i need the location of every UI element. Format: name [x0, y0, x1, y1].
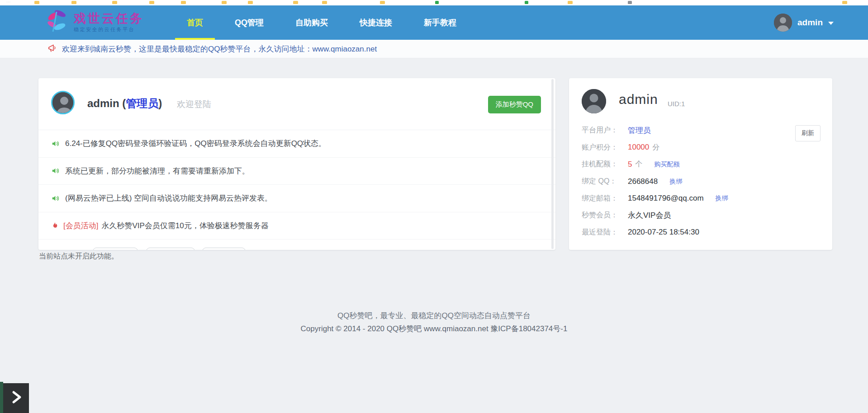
welcome-paren-close: )	[158, 97, 162, 109]
bookmark-folder-icon[interactable]	[112, 1, 117, 4]
user-avatar	[774, 14, 792, 32]
bookmark-folder-icon[interactable]	[380, 1, 385, 4]
notice-row: (网易云热评已上线) 空间自动说说功能支持网易云热评发表。	[38, 185, 555, 212]
add-miaozan-qq-button[interactable]: 添加秒赞QQ	[488, 96, 541, 113]
nav-item-label: 新手教程	[424, 17, 456, 28]
navbar: 戏世云任务 稳定安全的云任务平台 首页QQ管理自助购买快捷连接新手教程 admi…	[0, 5, 868, 40]
announcement-inner: 欢迎来到城南云秒赞，这里是最快最稳定的QQ秒赞平台，永久访问地址：www.qmi…	[47, 44, 377, 54]
nav-item-self-purchase[interactable]: 自助购买	[280, 5, 344, 40]
logo-title: 戏世云任务	[74, 12, 144, 25]
notice-text: (网易云热评已上线) 空间自动说说功能支持网易云热评发表。	[65, 193, 272, 203]
announcement-text: 欢迎来到城南云秒赞，这里是最快最稳定的QQ秒赞平台，永久访问地址：www.qmi…	[62, 44, 377, 54]
nav-item-beginner-tutorial[interactable]: 新手教程	[408, 5, 472, 40]
profile-card: admin UID:1 刷新 平台用户： 管理员 账户积分： 10000 分 挂…	[569, 78, 832, 250]
profile-row-label: 账户积分：	[582, 143, 628, 152]
bookmark-site-icon[interactable]	[435, 1, 439, 4]
user-menu-name: admin	[797, 18, 823, 28]
chevron-right-icon	[9, 388, 24, 408]
clipped-button[interactable]	[93, 248, 138, 250]
profile-row-account-points: 账户积分： 10000 分	[582, 139, 820, 156]
bookmark-folder-icon[interactable]	[568, 1, 573, 4]
user-menu[interactable]: admin	[774, 5, 834, 40]
bookmark-folder-icon[interactable]	[181, 1, 186, 4]
clipped-button[interactable]	[146, 248, 195, 250]
profile-row-label: 绑定 QQ：	[582, 177, 628, 186]
user-avatar	[51, 91, 75, 114]
site-disabled-notice: 当前站点未开启此功能。	[39, 252, 119, 261]
announcement-bar: 欢迎来到城南云秒赞，这里是最快最稳定的QQ秒赞平台，永久访问地址：www.qmi…	[0, 40, 868, 58]
hangup-quota-link[interactable]: 购买配额	[654, 160, 679, 169]
nav-item-label: 快捷连接	[360, 17, 392, 28]
panel-toggle	[0, 382, 29, 413]
bookmark-site-icon[interactable]	[525, 1, 528, 4]
profile-row-vip-level: 秒赞会员： 永久VIP会员	[582, 207, 820, 224]
butterfly-logo-icon	[43, 8, 72, 36]
expand-panel-button[interactable]	[3, 383, 29, 413]
nav-item-home[interactable]: 首页	[171, 5, 219, 40]
profile-row-label: 绑定邮箱：	[582, 194, 628, 203]
profile-row-label: 挂机配额：	[582, 160, 628, 169]
bound-qq-link[interactable]: 换绑	[669, 178, 682, 186]
panel-toggle-strip	[0, 382, 3, 413]
profile-row-bound-qq: 绑定 QQ： 2668648 换绑	[582, 173, 820, 190]
notice-text: 系统已更新，部分功能被清理，有需要请重新添加下。	[65, 166, 250, 176]
bookmark-folder-icon[interactable]	[293, 1, 298, 4]
nav-items: 首页QQ管理自助购买快捷连接新手教程	[171, 5, 472, 40]
notice-row: 系统已更新，部分功能被清理，有需要请重新添加下。	[38, 158, 555, 185]
clipped-button[interactable]	[202, 248, 246, 250]
logo-subtitle: 稳定安全的云任务平台	[74, 26, 144, 33]
profile-row-suffix: 个	[635, 160, 642, 169]
profile-uid: UID:1	[668, 100, 685, 108]
card-scrollbar[interactable]	[551, 79, 554, 249]
site-logo[interactable]: 戏世云任务 稳定安全的云任务平台	[43, 8, 144, 36]
page-footer: QQ秒赞吧，最专业、最稳定的QQ空间动态自动点赞平台 Copyright © 2…	[0, 309, 868, 336]
footer-copyright: Copyright © 2014 - 2020 QQ秒赞吧 www.qmiaoz…	[0, 322, 868, 336]
bookmark-folder-icon[interactable]	[322, 1, 327, 4]
profile-row-bound-email: 绑定邮箱： 1548491796@qq.com 换绑	[582, 190, 820, 207]
bookmark-folder-icon[interactable]	[149, 1, 154, 4]
browser-bookmarks-bar: ∙∙∙	[0, 0, 868, 5]
notice-row: [会员活动] 永久秒赞VIP会员仅需10元，体验极速秒赞服务器	[38, 212, 555, 240]
profile-row-platform-user: 平台用户： 管理员	[582, 122, 820, 139]
profile-row-value: 2020-07-25 18:54:30	[628, 228, 699, 237]
bound-email-link[interactable]: 换绑	[716, 194, 728, 202]
profile-row-label: 最近登陆：	[582, 228, 628, 237]
profile-row-hangup-quota: 挂机配额： 5 个 购买配额	[582, 156, 820, 173]
bookmark-folder-icon[interactable]	[71, 1, 76, 4]
speaker-icon	[51, 194, 60, 202]
profile-rows: 平台用户： 管理员 账户积分： 10000 分 挂机配额： 5 个 购买配额 绑…	[582, 122, 820, 241]
nav-item-quick-links[interactable]: 快捷连接	[344, 5, 408, 40]
notice-list: 6.24-已修复QQ密码登录循环验证码，QQ密码登录系统会自动更新QQ状态。 系…	[38, 130, 555, 239]
bookmark-site-icon[interactable]	[628, 1, 632, 4]
profile-row-label: 秒赞会员：	[582, 211, 628, 220]
bookmark-folder-icon[interactable]	[248, 1, 253, 4]
profile-row-value: 2668648	[628, 177, 658, 186]
nav-item-qq-manage[interactable]: QQ管理	[219, 5, 280, 40]
profile-row-value: 管理员	[628, 125, 651, 136]
welcome-title: admin (管理员) 欢迎登陆	[87, 96, 211, 111]
notice-text: 6.24-已修复QQ密码登录循环验证码，QQ密码登录系统会自动更新QQ状态。	[65, 138, 326, 149]
bookmark-folder-icon[interactable]	[842, 1, 847, 4]
profile-row-value: 1548491796@qq.com	[628, 194, 704, 203]
flame-icon	[51, 221, 58, 230]
profile-row-label: 平台用户：	[582, 126, 628, 135]
notice-text: 永久秒赞VIP会员仅需10元，体验极速秒赞服务器	[101, 221, 268, 231]
welcome-greeting: 欢迎登陆	[177, 99, 211, 109]
bookmarks-overflow-dots: ∙∙∙	[6, 0, 11, 4]
logo-text: 戏世云任务 稳定安全的云任务平台	[74, 12, 144, 33]
speaker-icon	[51, 167, 60, 175]
profile-row-value: 永久VIP会员	[628, 210, 671, 221]
welcome-card-header: admin (管理员) 欢迎登陆 添加秒赞QQ	[38, 78, 555, 130]
profile-row-last-login: 最近登陆： 2020-07-25 18:54:30	[582, 224, 820, 241]
welcome-username: admin	[87, 97, 119, 109]
profile-row-suffix: 分	[652, 143, 659, 152]
nav-item-label: 首页	[187, 17, 203, 28]
nav-item-label: 自助购买	[295, 17, 328, 28]
footer-slogan: QQ秒赞吧，最专业、最稳定的QQ空间动态自动点赞平台	[0, 309, 868, 322]
nav-item-label: QQ管理	[235, 17, 264, 28]
speaker-icon	[51, 140, 60, 148]
notice-row: 6.24-已修复QQ密码登录循环验证码，QQ密码登录系统会自动更新QQ状态。	[38, 130, 555, 158]
bookmark-folder-icon[interactable]	[34, 1, 39, 4]
bookmark-folder-icon[interactable]	[222, 1, 227, 4]
chevron-down-icon	[828, 22, 834, 25]
